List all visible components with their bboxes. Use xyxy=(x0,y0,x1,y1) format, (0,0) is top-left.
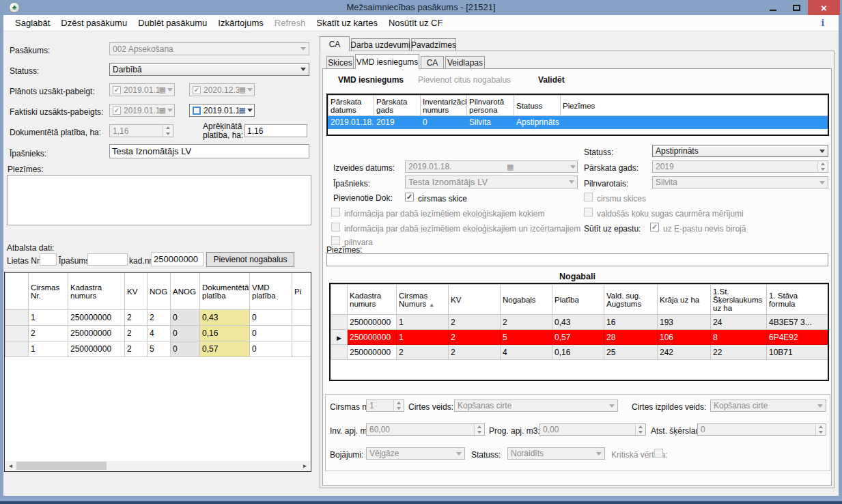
col-kv[interactable]: KV xyxy=(125,273,148,310)
col-pilnvarota-persona[interactable]: Pilnvarotā persona xyxy=(467,96,514,116)
toolbar-pievienot-citus-nogabalus[interactable]: Pievienot citus nogabalus xyxy=(418,75,511,85)
menu-skatit-uz-kartes[interactable]: Skatīt uz kartes xyxy=(311,18,383,28)
col-nog[interactable]: NOG xyxy=(148,273,171,310)
table-row[interactable]: 250000000 1 2 2 0,43 16 193 24 4B3E57 3.… xyxy=(331,315,828,330)
col-anog[interactable]: ANOG xyxy=(171,273,200,310)
col-vmd-platiba[interactable]: VMD platība xyxy=(250,273,292,310)
tab-skices[interactable]: Skices xyxy=(326,56,354,68)
kadnr-input[interactable] xyxy=(151,252,204,266)
report-row-selected[interactable]: 2019.01.18. 2019 0 Silvita Apstiprināts xyxy=(328,116,828,129)
table-row[interactable]: 1 250000000 2 2 0 0,43 0 xyxy=(5,310,311,326)
spinner-buttons[interactable] xyxy=(163,125,173,137)
info-icon[interactable]: i xyxy=(822,17,824,29)
menu-dublet-pasakumu[interactable]: Dublēt pasākumu xyxy=(132,18,212,28)
faktiski-from-datepicker[interactable]: ✓ 2019.01.15. ▦ xyxy=(109,104,175,117)
grid-selector-header[interactable] xyxy=(331,285,348,315)
table-row[interactable]: 250000000 2 2 4 0,16 25 242 22 10B71 xyxy=(331,345,828,360)
tab-pavadzimes[interactable]: Pavadzīmes xyxy=(411,38,456,51)
col-statuss[interactable]: Statuss xyxy=(514,96,561,116)
menu-saglabat[interactable]: Saglabāt xyxy=(10,18,55,28)
col-kadastra-numurs[interactable]: Kadastra numurs xyxy=(68,273,125,310)
lietas-nr-input[interactable] xyxy=(40,253,57,266)
spinner-buttons[interactable] xyxy=(474,424,484,435)
dok-platiba-spinner[interactable]: 1,16 xyxy=(109,124,173,137)
col-stava-formula[interactable]: 1. Stāva formula xyxy=(767,285,828,315)
tab-ca-inner[interactable]: CA xyxy=(421,56,444,68)
tab-vmd-iesniegums[interactable]: VMD iesniegums xyxy=(355,54,419,69)
cirtes-izpildes-veids-combo[interactable]: Kopšanas cirte xyxy=(710,400,826,412)
menu-dzest-pasakumu[interactable]: Dzēst pasākumu xyxy=(55,18,132,28)
statuss-combo[interactable]: Darbībā xyxy=(109,63,309,76)
col-cirsmas-nr[interactable]: Cirsmas Nr. xyxy=(29,273,68,310)
grid-selector-header[interactable] xyxy=(5,273,29,310)
toolbar-validet[interactable]: Validēt xyxy=(538,75,565,85)
col-kadastra-numurs[interactable]: Kadastra numurs xyxy=(348,285,397,315)
inv-apj-spinner[interactable]: 60,00 xyxy=(366,423,485,436)
pievienot-nogabalus-button[interactable]: Pievienot nogabalus xyxy=(206,252,294,267)
planots-to-datepicker[interactable]: ✓ 2020.12.31. ▦ xyxy=(189,83,255,96)
valdosas-checkbox[interactable] xyxy=(584,208,593,216)
parskata-gads-spinner[interactable]: 2019 xyxy=(652,160,828,173)
eko-izcertamajiem-checkbox[interactable] xyxy=(331,223,340,232)
table-row[interactable]: 2 250000000 2 4 0 0,16 0 xyxy=(5,326,311,341)
col-dokumenteta-platiba[interactable]: Dokumentētā platība xyxy=(200,273,250,310)
close-button[interactable]: × xyxy=(808,0,840,15)
piezimes-textarea[interactable] xyxy=(7,175,311,225)
atst-skerslau-spinner[interactable]: 0 xyxy=(697,423,826,436)
cirsmas-nr-spinner[interactable]: 1 xyxy=(366,400,404,412)
ipasnieks-input[interactable] xyxy=(109,144,309,158)
spinner-buttons[interactable] xyxy=(635,424,645,435)
col-parskata-gads[interactable]: Pārskata gads xyxy=(374,96,421,116)
tab-veidlapas[interactable]: Veidlapas xyxy=(445,56,485,68)
col-skerslaukums[interactable]: 1.St. Šķerslaukums uz ha xyxy=(711,285,767,315)
horizontal-scrollbar[interactable]: ◄ ► xyxy=(5,461,310,471)
ipasums-input[interactable] xyxy=(87,253,128,266)
col-cirsmas-numurs[interactable]: Cirsmas Numurs▲ xyxy=(397,285,449,315)
faktiski-to-checkbox[interactable] xyxy=(193,107,201,115)
pilnvara-checkbox[interactable] xyxy=(331,236,340,245)
minimize-button[interactable] xyxy=(761,0,785,15)
col-nogabals[interactable]: Nogabals xyxy=(501,285,552,315)
spinner-buttons[interactable] xyxy=(817,161,828,172)
form-ipasnieks-combo[interactable]: Testa Iznomātājs LV xyxy=(405,176,578,188)
col-platiba[interactable]: Platība xyxy=(552,285,604,315)
faktiski-from-checkbox[interactable]: ✓ xyxy=(113,107,121,115)
col-parskata-datums[interactable]: Pārskata datums xyxy=(328,96,374,116)
uz-epastu-checkbox[interactable]: ✓ xyxy=(650,223,659,232)
scroll-right-icon[interactable]: ► xyxy=(300,463,310,469)
aprekinata-input[interactable] xyxy=(244,124,307,137)
menu-izkartojums[interactable]: Izkārtojums xyxy=(212,18,268,28)
izveides-datums-picker[interactable]: 2019.01.18. ▦ xyxy=(405,160,578,173)
scrollbar-thumb[interactable] xyxy=(16,462,107,470)
scroll-left-icon[interactable]: ◄ xyxy=(5,463,16,469)
col-piezimes[interactable]: Piezīmes xyxy=(561,96,828,116)
pasakums-combo[interactable]: 002 Apsekošana xyxy=(109,42,309,55)
form-piezimes-input[interactable] xyxy=(326,253,828,266)
toolbar-vmd-iesniegums[interactable]: VMD iesniegums xyxy=(338,75,404,85)
table-row[interactable]: 1 250000000 2 5 0 0,57 0 xyxy=(5,341,311,357)
maximize-button[interactable] xyxy=(785,0,808,15)
col-kv[interactable]: KV xyxy=(449,285,501,315)
planots-from-datepicker[interactable]: ✓ 2019.01.15. ▦ xyxy=(109,83,175,96)
planots-from-checkbox[interactable]: ✓ xyxy=(113,86,121,94)
cirsmu-skices-checkbox[interactable] xyxy=(584,193,593,201)
planots-to-checkbox[interactable]: ✓ xyxy=(193,86,201,94)
table-row-selected[interactable]: ▶ 250000000 1 2 5 0,57 28 106 8 6P4E92 xyxy=(331,330,828,345)
menu-nosutit-uz-cf[interactable]: Nosūtīt uz CF xyxy=(383,18,448,28)
spinner-buttons[interactable] xyxy=(393,400,404,411)
tab-darba-uzdevumi[interactable]: Darba uzdevumi xyxy=(351,38,410,51)
cirsmas-skice-checkbox[interactable]: ✓ xyxy=(405,193,414,201)
col-vald-sug-augstums[interactable]: Vald. sug. Augstums xyxy=(604,285,658,315)
faktiski-to-datepicker[interactable]: 2019.01.15. ▦ xyxy=(189,104,255,117)
col-inventarizacijas-numurs[interactable]: Inventarizācijas numurs xyxy=(421,96,467,116)
kritiska-vertiba-checkbox[interactable] xyxy=(654,449,663,458)
detail-statuss-combo[interactable]: Noraidīts xyxy=(507,447,605,460)
tab-ca[interactable]: CA xyxy=(320,36,350,51)
pilnvarotais-combo[interactable]: Silvita xyxy=(652,176,828,188)
bojajumi-combo[interactable]: Vējgāze xyxy=(366,447,465,460)
cirtes-veids-combo[interactable]: Kopšanas cirte xyxy=(454,400,618,412)
spinner-buttons[interactable] xyxy=(815,424,826,435)
prog-apj-spinner[interactable]: 0,00 xyxy=(539,423,646,436)
eko-kokiem-checkbox[interactable] xyxy=(331,208,340,216)
menu-refresh[interactable]: Refresh xyxy=(269,18,311,28)
